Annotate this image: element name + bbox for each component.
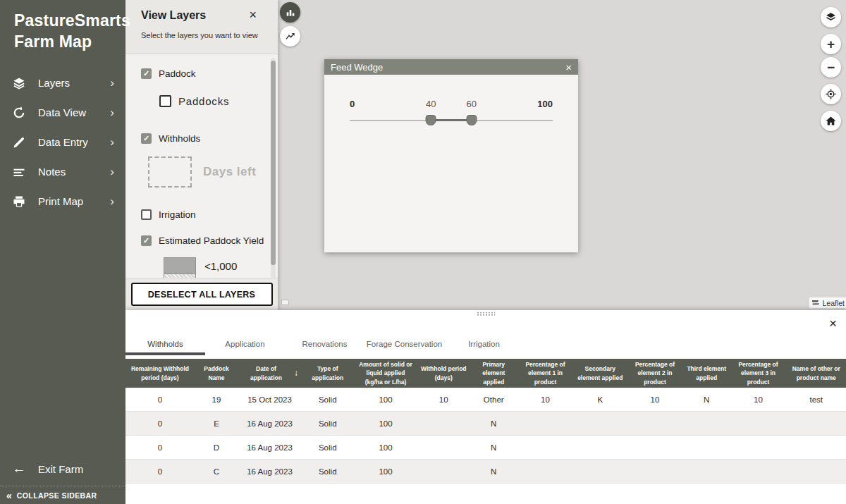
table-cell: 10 bbox=[517, 395, 574, 404]
paddock-checkbox[interactable] bbox=[141, 68, 152, 79]
table-cell: 0 bbox=[125, 395, 195, 404]
sidebar-item-label: Data Entry bbox=[38, 136, 110, 148]
table-cell: 0 bbox=[125, 419, 195, 428]
panel-drag-handle[interactable] bbox=[477, 312, 495, 316]
chevron-right-icon: › bbox=[110, 165, 114, 179]
locate-icon bbox=[825, 88, 837, 100]
table-cell: Solid bbox=[301, 395, 355, 404]
column-header[interactable]: Third element applied bbox=[683, 359, 730, 388]
bar-chart-button[interactable] bbox=[280, 2, 300, 23]
tab-renovations[interactable]: Renovations bbox=[285, 333, 364, 355]
column-header-label: Name of other or product name bbox=[790, 364, 844, 382]
table-cell: Other bbox=[470, 395, 517, 404]
slider-min-label: 0 bbox=[350, 99, 355, 109]
layer-item-paddock[interactable]: Paddock bbox=[141, 68, 271, 79]
sidebar-nav: Layers › Data View › Data Entry › bbox=[0, 68, 125, 216]
column-header[interactable]: Amount of solid or liquid applied (kg/ha… bbox=[355, 359, 417, 388]
zoom-in-button[interactable]: + bbox=[821, 34, 841, 54]
table-cell: test bbox=[787, 395, 846, 404]
close-icon[interactable]: × bbox=[249, 8, 257, 23]
layers-toggle-button[interactable] bbox=[821, 7, 841, 27]
table-cell: N bbox=[470, 467, 517, 476]
sidebar-item-layers[interactable]: Layers › bbox=[0, 68, 125, 98]
zoom-out-button[interactable]: − bbox=[821, 57, 841, 78]
withholds-legend: Days left bbox=[148, 156, 271, 188]
slider-value-label-2: 60 bbox=[467, 99, 477, 109]
column-header-label: Percentage of element 2 in product bbox=[630, 360, 680, 386]
irrigation-checkbox[interactable] bbox=[141, 209, 152, 220]
table-row[interactable]: 0E16 Aug 2023Solid100N bbox=[125, 412, 846, 436]
days-left-label: Days left bbox=[203, 165, 256, 179]
table-cell: K bbox=[574, 395, 627, 404]
paddocks-checkbox[interactable] bbox=[159, 95, 171, 107]
column-header[interactable]: Percentage of element 3 in product bbox=[730, 359, 787, 388]
slider-selected-range[interactable] bbox=[431, 119, 472, 121]
close-icon[interactable]: × bbox=[829, 316, 837, 330]
column-header[interactable]: Primary element applied bbox=[470, 359, 517, 388]
table-row[interactable]: 0D16 Aug 2023Solid100N bbox=[125, 436, 846, 460]
sidebar-item-data-view[interactable]: Data View › bbox=[0, 98, 125, 128]
table-cell: 16 Aug 2023 bbox=[238, 419, 301, 428]
table-tabs: Withholds Application Renovations Forage… bbox=[125, 333, 846, 355]
trend-line-icon bbox=[285, 31, 296, 42]
table-cell: 100 bbox=[355, 443, 417, 452]
chevron-right-icon: › bbox=[110, 195, 114, 209]
table-cell: Solid bbox=[301, 443, 355, 452]
layer-item-withholds[interactable]: Withholds bbox=[141, 133, 271, 144]
tab-label: Application bbox=[225, 340, 264, 348]
home-button[interactable] bbox=[821, 111, 841, 131]
slider-handle-1[interactable] bbox=[426, 115, 436, 125]
attribution-text[interactable]: Leaflet bbox=[822, 299, 845, 307]
close-icon[interactable]: × bbox=[565, 62, 572, 73]
layer-item-irrigation[interactable]: Irrigation bbox=[141, 209, 271, 220]
column-header[interactable]: Name of other or product name bbox=[787, 359, 846, 388]
tab-application[interactable]: Application bbox=[205, 333, 285, 355]
column-header[interactable]: Type of application bbox=[301, 359, 355, 388]
sidebar-item-notes[interactable]: Notes › bbox=[0, 157, 125, 187]
collapse-sidebar-button[interactable]: « COLLAPSE SIDEBAR bbox=[0, 486, 125, 504]
withholds-checkbox[interactable] bbox=[141, 133, 152, 144]
sidebar-item-data-entry[interactable]: Data Entry › bbox=[0, 128, 125, 157]
app-title: PastureSmarts Farm Map bbox=[0, 0, 125, 53]
sidebar-item-label: Notes bbox=[38, 166, 110, 178]
app-title-line1: PastureSmarts bbox=[14, 10, 125, 31]
app-title-line2: Farm Map bbox=[14, 31, 125, 52]
chevron-right-icon: › bbox=[110, 106, 114, 120]
sort-descending-icon[interactable]: ↓ bbox=[294, 367, 298, 379]
scrollbar-thumb[interactable] bbox=[271, 61, 276, 265]
column-header[interactable]: Percentage of element 2 in product bbox=[627, 359, 683, 388]
column-header[interactable]: Date of application↓ bbox=[238, 359, 301, 388]
locate-button[interactable] bbox=[821, 84, 841, 104]
column-header-label: Withhold period (days) bbox=[420, 364, 468, 382]
sidebar-item-label: Layers bbox=[38, 77, 110, 89]
slider-handle-2[interactable] bbox=[466, 115, 477, 125]
column-header-label: Remaining Withhold period (days) bbox=[128, 364, 192, 382]
layer-item-estimated-paddock-yield[interactable]: Estimated Paddock Yield bbox=[141, 235, 271, 246]
column-header[interactable]: Percentage of element 1 in product bbox=[517, 359, 574, 388]
column-header[interactable]: Paddock Name bbox=[195, 359, 238, 388]
tab-irrigation[interactable]: Irrigation bbox=[444, 333, 524, 355]
tab-forage-conservation[interactable]: Forage Conservation bbox=[364, 333, 444, 355]
tab-label: Withholds bbox=[147, 340, 183, 348]
table-cell: N bbox=[470, 443, 517, 452]
yield-checkbox[interactable] bbox=[141, 235, 152, 246]
table-cell: 100 bbox=[355, 467, 417, 476]
column-header[interactable]: Withhold period (days) bbox=[417, 359, 471, 388]
panel-subtitle: Select the layers you want to view bbox=[141, 31, 264, 39]
exit-farm-button[interactable]: ← Exit Farm bbox=[0, 453, 125, 484]
map-controls: + − bbox=[821, 7, 841, 131]
column-header-label: Percentage of element 3 in product bbox=[733, 360, 784, 386]
trend-chart-button[interactable] bbox=[280, 26, 300, 47]
deselect-all-layers-button[interactable]: DESELECT ALL LAYERS bbox=[131, 283, 273, 306]
column-header[interactable]: Secondary element applied bbox=[574, 359, 627, 388]
column-header[interactable]: Remaining Withhold period (days) bbox=[125, 359, 195, 388]
table-row[interactable]: 0C16 Aug 2023Solid100N bbox=[125, 460, 846, 484]
sidebar-item-print-map[interactable]: Print Map › bbox=[0, 187, 125, 216]
layer-label: Paddocks bbox=[178, 95, 229, 107]
layer-label: Paddock bbox=[159, 68, 196, 79]
table-row[interactable]: 01915 Oct 2023Solid10010Other10K10N10tes… bbox=[125, 388, 846, 412]
slider-value-label-1: 40 bbox=[426, 99, 436, 109]
map-attribution[interactable]: Leaflet bbox=[809, 297, 846, 308]
layer-item-paddocks[interactable]: Paddocks bbox=[159, 95, 271, 107]
tab-withholds[interactable]: Withholds bbox=[125, 333, 205, 355]
